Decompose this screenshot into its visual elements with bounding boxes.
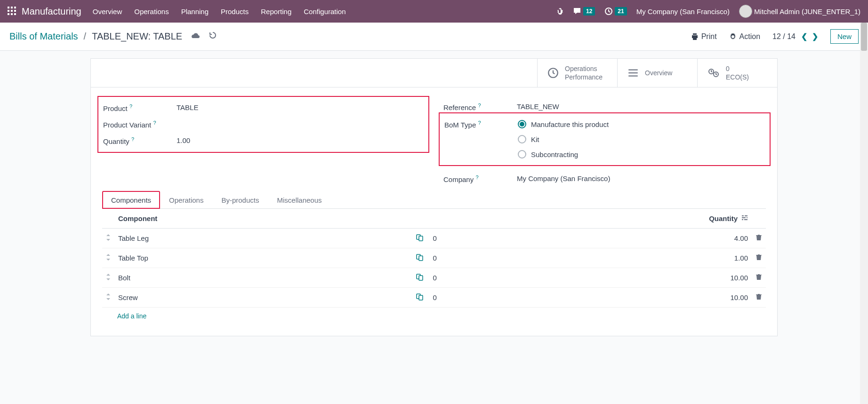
svg-rect-1 xyxy=(11,7,13,8)
drag-handle-icon[interactable] xyxy=(102,268,114,288)
reference-label: Reference ? xyxy=(443,103,517,111)
add-line[interactable]: Add a line xyxy=(102,308,766,325)
stat-overview[interactable]: Overview xyxy=(617,59,697,87)
svg-rect-16 xyxy=(742,215,744,216)
component-name[interactable]: Table Leg xyxy=(114,229,410,248)
nav-planning[interactable]: Planning xyxy=(181,8,209,16)
pager-value[interactable]: 12 / 14 xyxy=(772,32,796,41)
breadcrumb-sep: / xyxy=(84,31,87,42)
quantity-label: Quantity ? xyxy=(103,136,177,145)
quantity-field[interactable]: 1.00 xyxy=(177,136,190,144)
reference-field[interactable]: TABLE_NEW xyxy=(517,103,559,111)
forecast-icon[interactable] xyxy=(410,229,429,248)
discard-icon[interactable] xyxy=(209,31,217,42)
pager-prev-icon[interactable]: ❮ xyxy=(801,32,807,41)
table-row[interactable]: Bolt 0 10.00 xyxy=(102,268,766,288)
component-name[interactable]: Screw xyxy=(114,288,410,308)
new-button[interactable]: New xyxy=(830,29,859,44)
svg-rect-19 xyxy=(747,217,747,218)
breadcrumb-root[interactable]: Bills of Materials xyxy=(9,31,78,42)
nav-right: 12 21 My Company (San Francisco) Mitchel… xyxy=(556,5,860,18)
svg-rect-6 xyxy=(8,13,9,15)
svg-rect-8 xyxy=(14,13,16,15)
table-row[interactable]: Table Leg 0 4.00 xyxy=(102,229,766,248)
nav-configuration[interactable]: Configuration xyxy=(304,8,346,16)
mid-value: 0 xyxy=(429,268,458,288)
control-panel-right: Print Action 12 / 14 ❮ ❯ New xyxy=(691,29,859,44)
drag-handle-icon[interactable] xyxy=(102,288,114,308)
bom-type-label: BoM Type ? xyxy=(444,120,518,129)
print-button[interactable]: Print xyxy=(691,32,717,41)
component-name[interactable]: Bolt xyxy=(114,268,410,288)
delete-row-icon[interactable] xyxy=(752,229,766,248)
stat-buttons: OperationsPerformance Overview 0ECO(S) xyxy=(91,59,777,87)
help-icon[interactable]: ? xyxy=(478,103,481,108)
tab-components[interactable]: Components xyxy=(102,191,160,209)
svg-rect-18 xyxy=(742,217,746,218)
scrollbar[interactable] xyxy=(860,23,868,344)
product-field[interactable]: TABLE xyxy=(177,103,198,111)
app-brand[interactable]: Manufacturing xyxy=(22,6,81,17)
company-field[interactable]: My Company (San Francisco) xyxy=(517,174,610,182)
component-name[interactable]: Table Top xyxy=(114,248,410,268)
tabs: Components Operations By-products Miscel… xyxy=(102,191,766,209)
delete-row-icon[interactable] xyxy=(752,248,766,268)
table-row[interactable]: Screw 0 10.00 xyxy=(102,288,766,308)
action-button[interactable]: Action xyxy=(729,32,760,41)
tab-operations[interactable]: Operations xyxy=(160,191,212,209)
cloud-save-icon[interactable] xyxy=(191,31,200,42)
mid-value: 0 xyxy=(429,248,458,268)
forecast-icon[interactable] xyxy=(410,268,429,288)
quantity-value[interactable]: 1.00 xyxy=(458,248,752,268)
svg-rect-27 xyxy=(419,276,423,280)
radio-subcontracting[interactable]: Subcontracting xyxy=(518,150,609,158)
svg-rect-23 xyxy=(419,236,423,241)
col-quantity: Quantity xyxy=(458,209,752,229)
activity-menu[interactable]: 21 xyxy=(604,7,627,16)
top-nav: Manufacturing Overview Operations Planni… xyxy=(0,0,868,23)
radio-manufacture[interactable]: Manufacture this product xyxy=(518,120,609,128)
pager: 12 / 14 ❮ ❯ xyxy=(772,32,818,41)
nav-reporting[interactable]: Reporting xyxy=(261,8,291,16)
nav-products[interactable]: Products xyxy=(221,8,249,16)
company-switcher[interactable]: My Company (San Francisco) xyxy=(636,8,730,16)
tab-byproducts[interactable]: By-products xyxy=(212,191,268,209)
pager-next-icon[interactable]: ❯ xyxy=(812,32,818,41)
messaging-menu[interactable]: 12 xyxy=(573,7,595,16)
delete-row-icon[interactable] xyxy=(752,288,766,308)
forecast-icon[interactable] xyxy=(410,248,429,268)
stat-operations-performance[interactable]: OperationsPerformance xyxy=(537,59,617,87)
help-icon[interactable]: ? xyxy=(478,120,481,126)
nav-operations[interactable]: Operations xyxy=(134,8,169,16)
notebook: Components Operations By-products Miscel… xyxy=(91,191,777,336)
apps-icon[interactable] xyxy=(8,7,16,16)
user-menu[interactable]: Mitchell Admin (JUNE_ENTER_1) xyxy=(739,5,860,18)
help-icon[interactable]: ? xyxy=(475,174,478,180)
quantity-value[interactable]: 10.00 xyxy=(458,288,752,308)
help-icon[interactable]: ? xyxy=(129,103,132,109)
help-icon[interactable]: ? xyxy=(131,136,134,142)
form-left-col: Product ? TABLE Product Variant ? Quanti… xyxy=(102,99,425,187)
columns-config-icon[interactable] xyxy=(741,214,748,222)
svg-rect-2 xyxy=(14,7,16,8)
table-row[interactable]: Table Top 0 1.00 xyxy=(102,248,766,268)
delete-row-icon[interactable] xyxy=(752,268,766,288)
drag-handle-icon[interactable] xyxy=(102,248,114,268)
quantity-value[interactable]: 4.00 xyxy=(458,229,752,248)
svg-rect-7 xyxy=(11,13,13,15)
stat-ecos[interactable]: 0ECO(S) xyxy=(697,59,777,87)
svg-rect-5 xyxy=(14,10,16,12)
quantity-value[interactable]: 10.00 xyxy=(458,268,752,288)
radio-checked-icon xyxy=(518,120,526,128)
debug-icon[interactable] xyxy=(556,8,563,15)
help-icon[interactable]: ? xyxy=(153,120,156,126)
radio-kit[interactable]: Kit xyxy=(518,135,609,143)
forecast-icon[interactable] xyxy=(410,288,429,308)
tab-miscellaneous[interactable]: Miscellaneous xyxy=(268,191,330,209)
variant-label: Product Variant ? xyxy=(103,120,177,129)
mid-value: 0 xyxy=(429,229,458,248)
main-content: OperationsPerformance Overview 0ECO(S) P… xyxy=(0,51,868,344)
drag-handle-icon[interactable] xyxy=(102,229,114,248)
nav-overview[interactable]: Overview xyxy=(93,8,122,16)
svg-rect-17 xyxy=(745,215,747,216)
